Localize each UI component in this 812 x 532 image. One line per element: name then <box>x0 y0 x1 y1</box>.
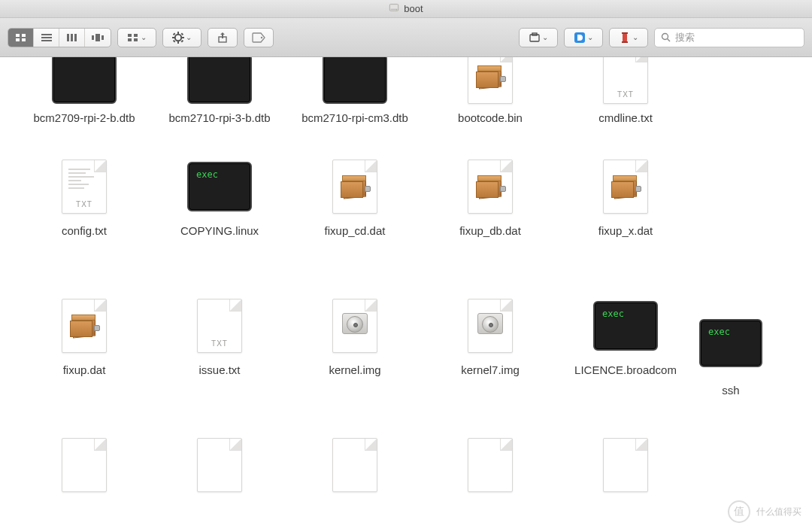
file-label: cmdline.txt <box>598 111 653 126</box>
file-item[interactable] <box>17 433 152 524</box>
file-label: bcm2709-rpi-2-b.dtb <box>33 111 135 126</box>
tag-button[interactable] <box>244 28 274 47</box>
view-gallery-button[interactable] <box>85 29 111 47</box>
archive-file-icon <box>603 160 648 214</box>
svg-rect-11 <box>71 34 73 41</box>
svg-rect-7 <box>41 34 52 35</box>
svg-rect-9 <box>41 40 52 41</box>
svg-rect-8 <box>41 37 52 38</box>
file-label: kernel.img <box>329 363 380 378</box>
svg-rect-24 <box>182 37 184 38</box>
view-columns-button[interactable] <box>59 29 85 47</box>
disk-image-icon <box>468 299 513 353</box>
svg-point-20 <box>175 34 181 40</box>
generic-file-icon <box>197 438 242 492</box>
file-item[interactable]: fixup_db.dat <box>423 155 558 294</box>
search-icon <box>661 32 671 42</box>
exec-icon: exec <box>593 301 658 351</box>
svg-rect-10 <box>67 34 69 41</box>
svg-rect-12 <box>74 34 77 41</box>
disk-image-icon <box>332 299 377 353</box>
exec-icon <box>323 57 387 104</box>
generic-file-icon <box>468 438 513 492</box>
volume-icon <box>389 2 399 15</box>
file-label: bcm2710-rpi-cm3.dtb <box>301 111 408 126</box>
svg-rect-21 <box>177 32 179 34</box>
file-label: COPYING.linux <box>180 224 259 239</box>
file-item[interactable]: kernel.img <box>287 294 423 433</box>
file-label: LICENCE.broadcom <box>574 363 677 378</box>
file-item[interactable]: bootcode.bin <box>423 57 558 155</box>
file-item[interactable] <box>287 433 423 524</box>
search-input[interactable] <box>675 32 801 43</box>
file-label: kernel7.img <box>461 363 520 378</box>
file-item[interactable]: exec COPYING.linux <box>152 155 287 294</box>
view-icons-button[interactable] <box>8 29 34 47</box>
window-titlebar: boot <box>0 0 812 18</box>
archive-file-icon <box>62 299 107 353</box>
svg-rect-14 <box>95 34 100 41</box>
search-field[interactable] <box>654 28 804 47</box>
exec-icon: exec <box>187 162 252 211</box>
file-item[interactable]: bcm2710-rpi-3-b.dtb <box>152 57 287 155</box>
file-item[interactable] <box>558 433 693 524</box>
file-item[interactable]: exec ssh <box>678 312 783 398</box>
actions-button[interactable]: ⌄ <box>162 28 201 47</box>
chevron-down-icon: ⌄ <box>186 33 192 41</box>
svg-rect-5 <box>16 38 20 41</box>
svg-rect-22 <box>177 41 179 44</box>
file-item[interactable] <box>423 433 558 524</box>
file-browser-content: bcm2709-rpi-2-b.dtb bcm2710-rpi-3-b.dtb … <box>17 57 812 532</box>
svg-rect-27 <box>173 39 176 42</box>
file-item[interactable]: bcm2709-rpi-2-b.dtb <box>17 57 152 155</box>
svg-line-38 <box>668 39 671 42</box>
generic-file-icon <box>332 438 377 492</box>
text-file-icon: TXT <box>603 57 648 104</box>
extension-lantern-button[interactable]: ⌄ <box>609 28 648 47</box>
archive-file-icon <box>468 160 513 214</box>
svg-rect-23 <box>172 37 174 38</box>
watermark-text: 什么值得买 <box>756 506 801 518</box>
chevron-down-icon: ⌄ <box>141 33 147 41</box>
dropbox-button[interactable]: ⌄ <box>519 28 558 47</box>
file-item[interactable]: TXT config.txt <box>17 155 152 294</box>
svg-rect-25 <box>173 32 176 35</box>
text-file-icon: TXT <box>197 299 242 353</box>
arrange-button[interactable]: ⌄ <box>117 28 156 47</box>
share-button[interactable] <box>208 28 238 47</box>
watermark-icon: 值 <box>728 500 750 523</box>
file-item[interactable]: fixup_cd.dat <box>287 155 423 294</box>
text-file-icon: TXT <box>62 160 107 214</box>
toolbar: ⌄ ⌄ ⌄ ⌄ ⌄ <box>0 18 812 57</box>
watermark: 值 什么值得买 <box>728 500 801 523</box>
file-label: issue.txt <box>198 363 240 378</box>
svg-rect-36 <box>622 41 628 43</box>
file-label: fixup_db.dat <box>459 224 521 239</box>
svg-rect-3 <box>16 34 20 37</box>
file-item[interactable]: bcm2710-rpi-cm3.dtb <box>287 57 423 155</box>
svg-rect-13 <box>92 35 94 40</box>
extension-d-button[interactable]: ⌄ <box>564 28 603 47</box>
svg-rect-28 <box>181 39 184 42</box>
exec-icon <box>52 57 117 104</box>
file-item[interactable]: TXT issue.txt <box>152 294 287 433</box>
svg-rect-34 <box>623 33 627 42</box>
file-item[interactable]: fixup.dat <box>17 294 152 433</box>
generic-file-icon <box>603 438 648 492</box>
file-item[interactable]: TXT cmdline.txt <box>558 57 693 155</box>
file-label: fixup_x.dat <box>598 224 653 239</box>
window-title: boot <box>404 3 423 14</box>
view-list-button[interactable] <box>34 29 59 47</box>
chevron-down-icon: ⌄ <box>587 33 593 41</box>
archive-file-icon <box>468 57 513 104</box>
svg-rect-18 <box>128 38 132 41</box>
file-item[interactable] <box>152 433 287 524</box>
file-item[interactable]: exec LICENCE.broadcom <box>558 294 693 433</box>
file-item[interactable]: kernel7.img <box>423 294 558 433</box>
exec-icon: exec <box>699 319 762 367</box>
svg-rect-35 <box>622 32 628 34</box>
svg-rect-19 <box>134 38 138 41</box>
file-item[interactable]: fixup_x.dat <box>558 155 693 294</box>
generic-file-icon <box>62 438 107 492</box>
view-mode-group <box>8 28 111 47</box>
